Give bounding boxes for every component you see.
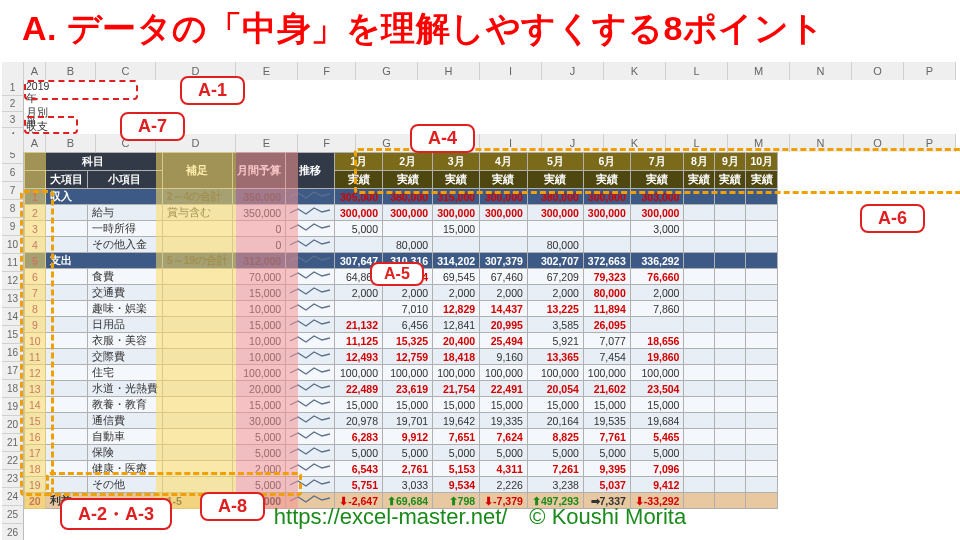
callout-a6: A-6: [860, 204, 925, 233]
callout-a1: A-1: [180, 76, 245, 105]
highlight-a3: [24, 116, 78, 134]
excel-column-headers: ABCDEFGHIJKLMNOP: [2, 62, 956, 80]
accent-col-budget: [236, 152, 298, 509]
data-table: 科目補足月間予算推移1月2月3月4月5月6月7月8月9月10月大項目小項目実績実…: [24, 152, 778, 509]
accent-col-note: [156, 152, 236, 509]
callout-a4: A-4: [410, 124, 475, 153]
callout-a7: A-7: [120, 112, 185, 141]
callout-a8: A-8: [200, 492, 265, 521]
callout-a5: A-5: [370, 262, 424, 286]
highlight-profit-row: [46, 472, 302, 496]
highlight-left: [20, 190, 54, 496]
callout-a2-a3: A-2・A-3: [60, 498, 172, 530]
highlight-months: [354, 148, 960, 194]
page-title: A. データの「中身」を理解しやすくする8ポイント: [22, 6, 825, 52]
highlight-a1: [24, 80, 138, 100]
